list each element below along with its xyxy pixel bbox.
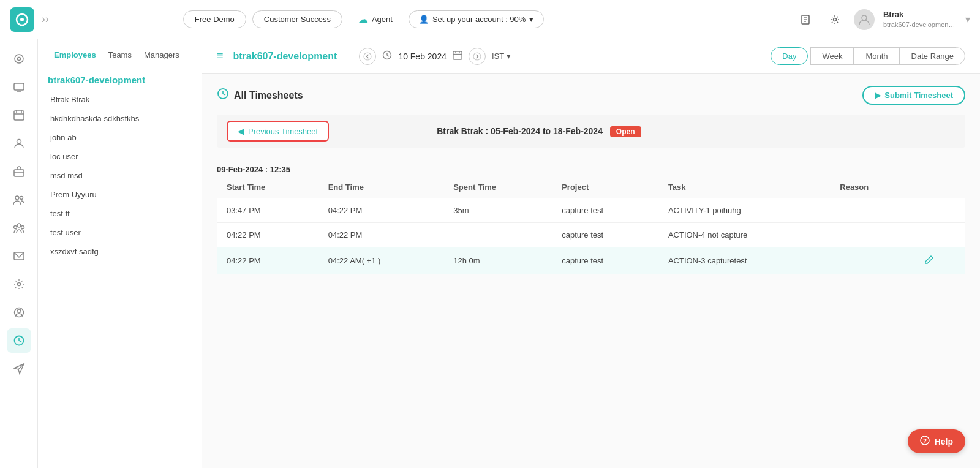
sidebar-user-icon[interactable] [7,131,31,156]
tab-teams[interactable]: Teams [102,48,138,62]
setup-button[interactable]: 👤 Set up your account : 90% ▾ [409,10,544,28]
sidebar-group-icon[interactable] [7,216,31,240]
edit-icon[interactable] [924,256,934,266]
cell-reason [830,247,914,274]
cell-spent-time: 35m [443,198,552,223]
submit-icon: ▶ [875,91,881,100]
tab-managers[interactable]: Managers [138,48,186,62]
cell-spent-time [443,223,552,247]
view-tab-week[interactable]: Week [810,47,854,65]
help-button[interactable]: ? Help [908,429,965,453]
col-project: Project [552,176,658,198]
timesheet-table: Start Time End Time Spent Time Project T… [217,176,965,274]
customer-success-button[interactable]: Customer Success [252,10,342,28]
cell-end-time: 04:22 AM( +1 ) [318,247,443,274]
prev-timesheet-icon: ◀ [238,126,244,136]
next-date-arrow[interactable] [469,48,486,65]
user-name: Btrak [883,10,957,20]
svg-point-30 [364,53,371,60]
sidebar-clock-icon[interactable] [7,328,31,353]
navbar-right: Btrak btrak607-development@gm... ▾ [795,9,970,30]
sidebar-icons [0,39,38,468]
cell-action [914,198,965,223]
svg-point-21 [17,224,21,227]
left-panel: Employees Teams Managers btrak607-develo… [38,39,202,468]
view-tab-day[interactable]: Day [771,47,808,65]
sidebar-send-icon[interactable] [7,357,31,381]
cell-spent-time: 12h 0m [443,247,552,274]
list-item[interactable]: test user [38,223,202,242]
cell-project: capture test [552,223,658,247]
prev-timesheet-bar: ◀ Previous Timesheet Btrak Btrak : 05-Fe… [217,115,965,148]
org-name[interactable]: btrak607-development [38,67,202,90]
sidebar-home-icon[interactable] [7,47,31,71]
sidebar-settings-icon[interactable] [7,272,31,296]
list-item[interactable]: loc user [38,147,202,166]
clock-header-icon [382,50,392,62]
navbar-center: Free Demo Customer Success ☁ Agent 👤 Set… [183,10,545,29]
timezone-selector[interactable]: IST ▾ [492,51,511,61]
settings-nav-icon-button[interactable] [824,9,845,30]
prev-date-arrow[interactable] [359,48,376,65]
agent-button[interactable]: ☁ Agent [349,10,402,29]
svg-point-27 [17,309,21,313]
cell-edit[interactable] [914,247,965,274]
timesheets-title-text: All Timesheets [234,90,303,101]
free-demo-button[interactable]: Free Demo [183,10,246,28]
submit-timesheet-button[interactable]: ▶ Submit Timesheet [862,86,965,105]
svg-rect-32 [453,51,462,59]
svg-rect-12 [14,111,24,120]
list-item[interactable]: xszdxvf sadfg [38,242,202,261]
view-tab-month[interactable]: Month [854,47,899,65]
main-area: Employees Teams Managers btrak607-develo… [0,39,980,468]
list-item[interactable]: Prem Uyyuru [38,185,202,204]
sidebar-tv-icon[interactable] [7,75,31,99]
list-item[interactable]: hkdhkdhaskda sdkhsfkhs [38,109,202,128]
sidebar-briefcase-icon[interactable] [7,159,31,184]
svg-point-6 [833,18,836,21]
list-item[interactable]: john ab [38,128,202,147]
cell-task: ACTIVITY-1 poihuhg [658,198,830,223]
cell-end-time: 04:22 PM [318,223,443,247]
user-dropdown-icon[interactable]: ▾ [965,13,970,25]
col-end-time: End Time [318,176,443,198]
cell-project: capture test [552,247,658,274]
sidebar-mail-icon[interactable] [7,244,31,268]
prev-timesheet-button[interactable]: ◀ Previous Timesheet [227,121,329,142]
user-email: btrak607-development@gm... [883,20,957,29]
cell-task: ACTION-3 capturetest [658,247,830,274]
calendar-header-icon[interactable] [453,50,462,62]
cell-start-time: 04:22 PM [217,223,318,247]
navbar: ›› Free Demo Customer Success ☁ Agent 👤 … [0,0,980,39]
navbar-dots: ›› [42,13,49,26]
chevron-down-icon: ▾ [529,15,533,24]
svg-point-19 [15,196,19,200]
user-info: Btrak btrak607-development@gm... [883,10,957,29]
cell-project: capture test [552,198,658,223]
timesheet-content: All Timesheets ▶ Submit Timesheet ◀ Prev… [202,74,980,468]
date-section-label: 09-Feb-2024 : 12:35 [217,160,965,176]
sidebar-profile-icon[interactable] [7,300,31,325]
avatar[interactable] [854,9,875,30]
col-reason: Reason [830,176,914,198]
app-logo[interactable] [10,7,34,32]
table-row: 03:47 PM 04:22 PM 35m capture test ACTIV… [217,198,965,223]
list-item[interactable]: msd msd [38,166,202,185]
cloud-icon: ☁ [358,13,368,25]
col-task: Task [658,176,830,198]
svg-point-36 [473,53,481,60]
date-nav: 10 Feb 2024 IST ▾ [359,48,511,65]
cell-end-time: 04:22 PM [318,198,443,223]
col-start-time: Start Time [217,176,318,198]
cell-reason [830,223,914,247]
hamburger-menu[interactable]: ≡ [217,50,224,62]
list-item[interactable]: test ff [38,204,202,223]
sidebar-team-icon[interactable] [7,187,31,212]
list-item[interactable]: Btrak Btrak [38,90,202,109]
col-spent-time: Spent Time [443,176,552,198]
sidebar-calendar-icon[interactable] [7,103,31,127]
svg-point-22 [13,226,17,229]
tab-employees[interactable]: Employees [48,48,102,62]
document-icon-button[interactable] [795,9,816,30]
view-tab-daterange[interactable]: Date Range [900,47,965,65]
